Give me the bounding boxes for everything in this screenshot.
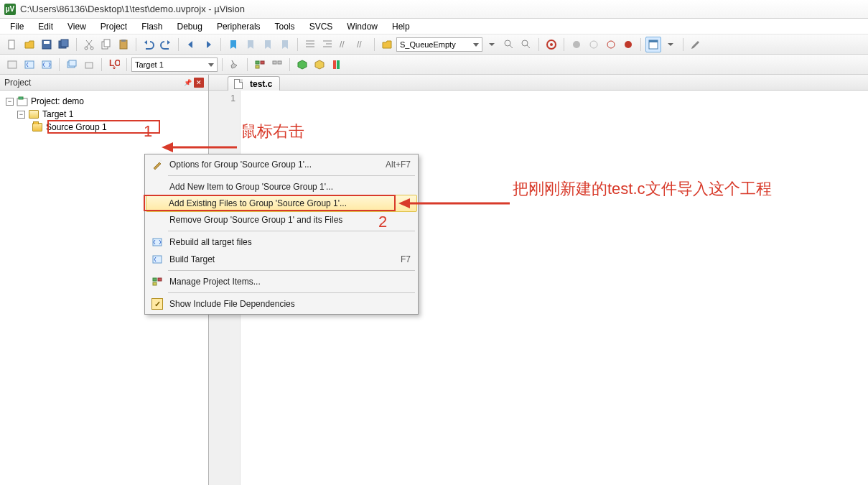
pin-icon[interactable]: 📌 — [182, 78, 192, 88]
context-menu: Options for Group 'Source Group 1'... Al… — [144, 154, 419, 315]
toolbar-separator — [178, 38, 179, 51]
find-combo[interactable]: S_QueueEmpty — [396, 37, 482, 52]
menu-window[interactable]: Window — [340, 20, 385, 33]
outdent-icon[interactable] — [319, 37, 335, 52]
editor-tab-testc[interactable]: test.c — [228, 76, 280, 91]
toolbar-separator — [564, 38, 564, 51]
menu-file[interactable]: File — [3, 20, 31, 33]
ctx-manage-project-items[interactable]: Manage Project Items... — [146, 273, 416, 290]
debug-icon[interactable] — [543, 37, 559, 52]
ctx-show-include-deps[interactable]: ✓ Show Include File Dependencies — [146, 295, 416, 313]
close-icon[interactable]: ✕ — [194, 78, 204, 88]
manage-multi-icon[interactable] — [269, 57, 285, 73]
menu-edit[interactable]: Edit — [31, 20, 60, 33]
batch-build-icon[interactable] — [64, 57, 80, 73]
breakpoint-disable-icon[interactable] — [603, 37, 619, 52]
ctx-label: Options for Group 'Source Group 1'... — [167, 160, 380, 170]
stop-build-icon[interactable] — [81, 57, 97, 73]
cut-icon[interactable] — [81, 37, 97, 52]
ctx-separator — [168, 270, 415, 271]
breakpoint-enable-icon[interactable] — [586, 37, 602, 52]
toolbar-separator — [136, 38, 136, 51]
ctx-add-existing-files[interactable]: Add Existing Files to Group 'Source Grou… — [146, 195, 417, 212]
configure-icon[interactable] — [688, 37, 704, 52]
toolbar-separator — [220, 38, 221, 51]
rebuild-icon[interactable] — [39, 57, 55, 73]
tree-project-root[interactable]: − Project: demo — [3, 95, 205, 108]
tree-source-group[interactable]: Source Group 1 — [3, 121, 205, 134]
rte-icon[interactable] — [312, 57, 327, 73]
svg-rect-8 — [104, 40, 110, 47]
find-dropdown-icon[interactable] — [484, 37, 500, 52]
svg-rect-2 — [44, 41, 50, 44]
svg-point-14 — [522, 40, 528, 46]
open-file-icon[interactable] — [22, 37, 37, 52]
menu-flash[interactable]: Flash — [134, 20, 169, 33]
redo-icon[interactable] — [158, 37, 174, 52]
collapse-icon[interactable]: − — [17, 111, 25, 119]
tree-target[interactable]: − Target 1 — [3, 108, 205, 121]
options-icon[interactable] — [227, 57, 243, 73]
bookmark-next-icon[interactable] — [260, 37, 276, 52]
svg-rect-4 — [61, 40, 68, 47]
ctx-label: Add New Item to Group 'Source Group 1'..… — [167, 182, 411, 192]
paste-icon[interactable] — [116, 37, 131, 52]
target-combo[interactable]: Target 1 — [131, 57, 218, 72]
nav-forward-icon[interactable] — [200, 37, 216, 52]
pack-installer-icon[interactable] — [294, 57, 310, 73]
translate-icon[interactable] — [4, 57, 20, 73]
uncomment-icon[interactable]: // — [354, 37, 370, 52]
save-icon[interactable] — [39, 37, 55, 52]
menu-tools[interactable]: Tools — [268, 20, 302, 33]
breakpoint-insert-icon[interactable] — [569, 37, 584, 52]
layout-dropdown-icon[interactable] — [663, 37, 678, 52]
toolbar-separator — [101, 58, 102, 71]
download-icon[interactable]: LOAD — [106, 57, 122, 73]
menu-project[interactable]: Project — [93, 20, 134, 33]
menu-view[interactable]: View — [60, 20, 93, 33]
books-icon[interactable] — [329, 57, 345, 73]
ctx-remove-group[interactable]: Remove Group 'Source Group 1' and its Fi… — [146, 211, 416, 228]
bookmark-prev-icon[interactable] — [243, 37, 258, 52]
toolbar-separator — [222, 58, 223, 71]
tree-label: Project: demo — [31, 96, 84, 106]
menu-peripherals[interactable]: Peripherals — [210, 20, 268, 33]
find-in-files-icon[interactable] — [379, 37, 395, 52]
collapse-icon[interactable]: − — [6, 98, 14, 106]
ctx-label: Rebuild all target files — [167, 237, 411, 247]
svg-rect-32 — [256, 65, 259, 68]
ctx-add-new-item[interactable]: Add New Item to Group 'Source Group 1'..… — [146, 178, 416, 195]
copy-icon[interactable] — [98, 37, 114, 52]
svg-rect-31 — [261, 61, 264, 64]
undo-icon[interactable] — [141, 37, 157, 52]
ctx-rebuild-all[interactable]: Rebuild all target files — [146, 234, 416, 251]
indent-icon[interactable] — [302, 37, 318, 52]
toolbar-separator — [374, 38, 375, 51]
window-layout-icon[interactable] — [645, 37, 661, 52]
svg-rect-28 — [85, 63, 93, 68]
new-file-icon[interactable] — [4, 37, 20, 52]
menu-help[interactable]: Help — [385, 20, 417, 33]
comment-icon[interactable]: // — [337, 37, 353, 52]
svg-rect-36 — [337, 60, 340, 69]
menu-debug[interactable]: Debug — [170, 20, 210, 33]
project-panel-title: Project — [4, 78, 31, 88]
svg-rect-25 — [42, 61, 51, 68]
build-icon[interactable] — [22, 57, 37, 73]
ctx-options-for-group[interactable]: Options for Group 'Source Group 1'... Al… — [146, 156, 416, 173]
find-next-icon[interactable] — [501, 37, 517, 52]
menu-svcs[interactable]: SVCS — [302, 20, 340, 33]
svg-rect-43 — [153, 282, 157, 285]
manage-items-icon[interactable] — [252, 57, 268, 73]
folder-icon — [32, 122, 43, 132]
bookmark-icon[interactable] — [225, 37, 241, 52]
incremental-find-icon[interactable] — [518, 37, 534, 52]
nav-back-icon[interactable] — [183, 37, 199, 52]
project-icon — [17, 96, 28, 106]
ctx-build-target[interactable]: Build Target F7 — [146, 251, 416, 268]
bookmark-clear-icon[interactable] — [277, 37, 293, 52]
save-all-icon[interactable] — [56, 37, 72, 52]
check-icon: ✓ — [148, 298, 167, 310]
tree-label: Source Group 1 — [46, 122, 107, 132]
breakpoint-kill-icon[interactable] — [620, 37, 636, 52]
